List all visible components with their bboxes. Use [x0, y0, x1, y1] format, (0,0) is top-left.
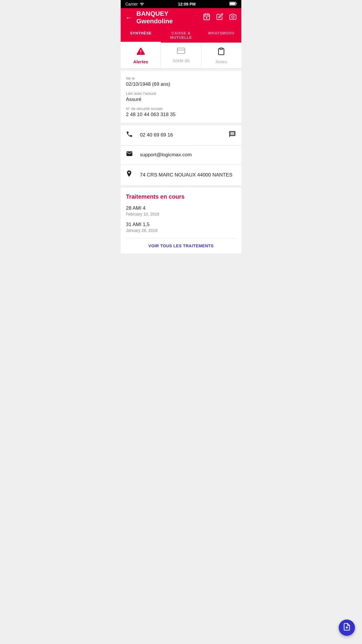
traitements-card: Traitements en cours 28 AMI 4 February 1… — [121, 188, 241, 238]
voir-tous-button[interactable]: VOIR TOUS LES TRAITEMENTS — [121, 238, 241, 253]
traitement-date-2: January 26, 2018 — [126, 228, 236, 233]
phone-icon — [126, 131, 135, 139]
subtab-solde-label: Solde dû — [172, 58, 189, 63]
svg-point-10 — [232, 16, 234, 18]
carrier-label: Carrier — [125, 2, 138, 6]
main-content: Né le 02/10/1948 (69 ans) Lien avec l'as… — [121, 71, 241, 277]
location-icon — [126, 170, 135, 180]
svg-rect-13 — [177, 48, 185, 54]
traitement-name-1: 28 AMI 4 — [126, 205, 236, 211]
traitement-item-1: 28 AMI 4 February 10, 2018 — [126, 205, 236, 216]
birth-label: Né le — [126, 76, 236, 80]
camera-icon[interactable] — [229, 13, 237, 22]
battery-icon — [229, 2, 237, 6]
wifi-icon — [140, 2, 144, 6]
bottom-spacer — [121, 253, 241, 277]
status-bar: Carrier 12:09 PM — [121, 0, 241, 8]
svg-rect-3 — [230, 3, 235, 5]
svg-point-12 — [140, 53, 141, 54]
link-label: Lien avec l'assuré — [126, 91, 236, 96]
header-title: BANQUEY Gwendoline — [136, 10, 203, 25]
subtab-notes[interactable]: Notes — [201, 43, 241, 68]
calendar-add-icon[interactable] — [203, 13, 210, 22]
svg-rect-15 — [220, 48, 223, 49]
address-text: 74 CRS MARC NOUAUX 44000 NANTES — [140, 172, 236, 178]
svg-point-0 — [141, 5, 142, 6]
patient-info-card: Né le 02/10/1948 (69 ans) Lien avec l'as… — [121, 71, 241, 123]
header: ← BANQUEY Gwendoline — [121, 8, 241, 27]
email-icon — [126, 151, 135, 159]
credit-card-icon — [176, 47, 186, 57]
sms-icon[interactable] — [229, 130, 236, 140]
svg-rect-2 — [236, 3, 236, 4]
phone-card: 02 40 69 69 16 — [121, 125, 241, 145]
email-card: support@logicmax.com — [121, 146, 241, 164]
tab-synthese[interactable]: SYNTHÈSE — [121, 27, 161, 43]
traitements-title: Traitements en cours — [126, 193, 236, 200]
phone-number[interactable]: 02 40 69 69 16 — [140, 132, 229, 138]
subtab-alertes-label: Alertes — [133, 59, 148, 64]
status-bar-right — [229, 2, 237, 6]
email-address[interactable]: support@logicmax.com — [140, 152, 236, 158]
subtab-solde[interactable]: Solde dû — [161, 43, 201, 68]
traitement-date-1: February 10, 2018 — [126, 212, 236, 216]
back-button[interactable]: ← — [125, 13, 133, 22]
clipboard-icon — [217, 47, 225, 58]
ss-value: 2 48 10 44 063 318 35 — [126, 112, 236, 118]
tab-whatsmoov[interactable]: WHATSMOOV — [201, 27, 241, 43]
edit-icon[interactable] — [216, 13, 223, 22]
status-bar-left: Carrier — [125, 2, 144, 6]
status-time: 12:09 PM — [178, 2, 196, 6]
header-actions — [203, 13, 237, 22]
link-value: Assuré — [126, 97, 236, 102]
birth-value: 02/10/1948 (69 ans) — [126, 81, 236, 87]
subtab-notes-label: Notes — [216, 59, 227, 64]
address-card: 74 CRS MARC NOUAUX 44000 NANTES — [121, 165, 241, 185]
sub-tabs: Alertes Solde dû Notes — [121, 43, 241, 69]
ss-label: N° de sécurité sociale — [126, 106, 236, 111]
subtab-alertes[interactable]: Alertes — [121, 43, 161, 68]
alert-triangle-icon — [136, 47, 145, 58]
traitement-item-2: 31 AMI 1,5 January 26, 2018 — [126, 222, 236, 233]
traitement-name-2: 31 AMI 1,5 — [126, 222, 236, 228]
tab-caisse-mutuelle[interactable]: CAISSE & MUTUELLE — [161, 27, 201, 43]
main-tabs: SYNTHÈSE CAISSE & MUTUELLE WHATSMOOV — [121, 27, 241, 43]
